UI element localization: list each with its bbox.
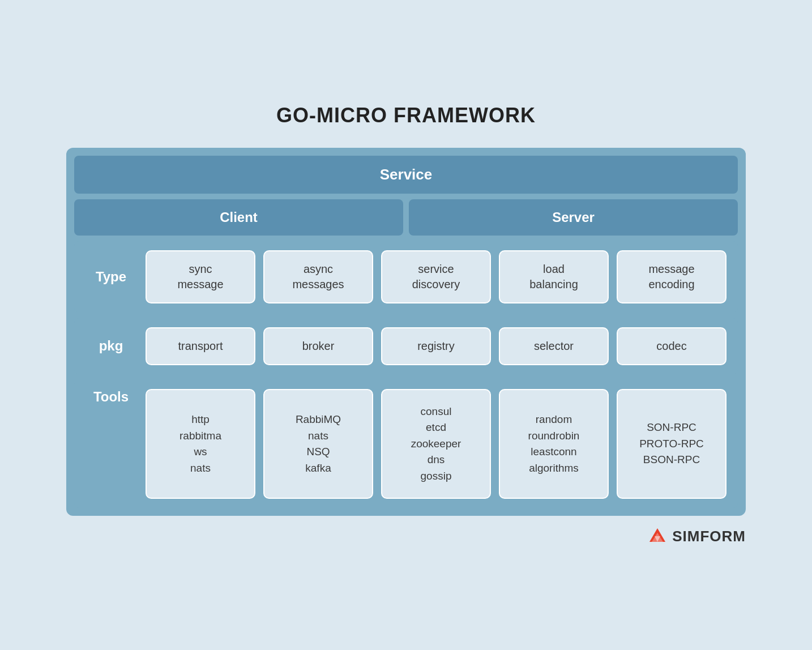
client-bar: Client: [74, 199, 403, 236]
framework-box: Service Client Server Type sync message …: [66, 148, 746, 516]
pkg-row: pkg transport broker registry selector c…: [74, 318, 738, 374]
type-row-items: sync message async messages service disc…: [146, 250, 726, 303]
page-wrapper: GO-MICRO FRAMEWORK Service Client Server…: [66, 104, 746, 547]
tools-row-items: http rabbitma ws nats RabbiMQ nats NSQ k…: [146, 389, 726, 499]
client-label: Client: [220, 209, 258, 225]
server-bar: Server: [409, 199, 738, 236]
pkg-row-items: transport broker registry selector codec: [146, 327, 726, 365]
simform-text: SIMFORM: [672, 528, 746, 545]
tools-item-4: SON-RPC PROTO-RPC BSON-RPC: [617, 389, 726, 499]
pkg-item-1: broker: [263, 327, 373, 365]
tools-item-2: consul etcd zookeeper dns gossip: [381, 389, 491, 499]
tools-row: Tools http rabbitma ws nats RabbiMQ nats…: [74, 380, 738, 508]
type-item-4: message encoding: [617, 250, 726, 303]
type-item-0: sync message: [146, 250, 255, 303]
simform-logo: SIMFORM: [66, 526, 746, 546]
service-label: Service: [380, 166, 433, 183]
type-row: Type sync message async messages service…: [74, 241, 738, 313]
tools-item-3: random roundrobin leastconn algorithms: [499, 389, 609, 499]
pkg-item-3: selector: [499, 327, 609, 365]
type-item-3: load balancing: [499, 250, 609, 303]
tools-item-0: http rabbitma ws nats: [146, 389, 255, 499]
type-row-label: Type: [86, 269, 136, 285]
main-title: GO-MICRO FRAMEWORK: [66, 104, 746, 127]
pkg-row-label: pkg: [86, 338, 136, 354]
simform-icon: [647, 526, 668, 546]
pkg-item-0: transport: [146, 327, 255, 365]
type-item-2: service discovery: [381, 250, 491, 303]
client-server-row: Client Server: [74, 199, 738, 236]
service-bar: Service: [74, 156, 738, 194]
pkg-item-2: registry: [381, 327, 491, 365]
tools-row-label: Tools: [86, 389, 136, 499]
server-label: Server: [552, 209, 595, 225]
type-item-1: async messages: [263, 250, 373, 303]
tools-item-1: RabbiMQ nats NSQ kafka: [263, 389, 373, 499]
pkg-item-4: codec: [617, 327, 726, 365]
